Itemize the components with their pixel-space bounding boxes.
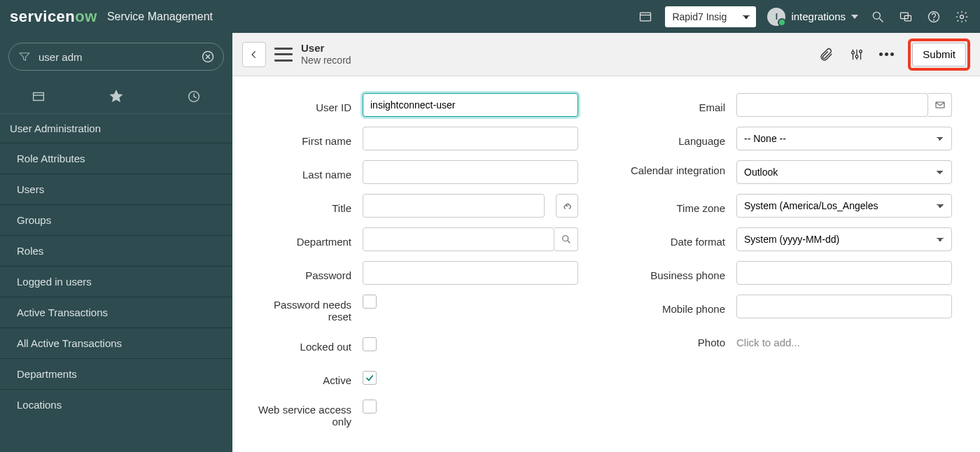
email-field[interactable] bbox=[736, 93, 928, 117]
window-icon[interactable] bbox=[637, 8, 654, 25]
label-mob-phone: Mobile phone bbox=[627, 299, 725, 315]
label-cal-int: Calendar integration bbox=[627, 160, 725, 176]
chevron-down-icon bbox=[851, 15, 858, 19]
label-user-id: User ID bbox=[253, 97, 351, 113]
svg-point-8 bbox=[960, 15, 964, 18]
label-last-name: Last name bbox=[253, 164, 351, 181]
form-menu-icon[interactable] bbox=[274, 48, 293, 62]
label-time-zone: Time zone bbox=[627, 198, 725, 214]
sidebar-item-roles[interactable]: Roles bbox=[0, 235, 232, 266]
back-button[interactable] bbox=[242, 42, 266, 67]
user-menu[interactable]: I integrations bbox=[767, 8, 858, 26]
label-department: Department bbox=[253, 232, 351, 248]
main-content: User New record Submit bbox=[232, 33, 980, 452]
sidebar-item-locations[interactable]: Locations bbox=[0, 389, 232, 420]
label-ws-only: Web service access only bbox=[253, 400, 351, 428]
sidebar-menu: Role Attributes Users Groups Roles Logge… bbox=[0, 143, 232, 420]
sidebar-item-departments[interactable]: Departments bbox=[0, 358, 232, 389]
label-active: Active bbox=[253, 370, 351, 386]
svg-point-7 bbox=[934, 20, 934, 20]
username-label: integrations bbox=[791, 10, 846, 22]
navigator-sidebar: User Administration Role Attributes User… bbox=[0, 33, 232, 452]
last-name-field[interactable] bbox=[363, 160, 578, 184]
avatar: I bbox=[767, 8, 785, 26]
app-title: Service Management bbox=[107, 10, 213, 23]
title-field[interactable] bbox=[363, 194, 545, 218]
help-icon[interactable] bbox=[925, 8, 942, 25]
context-app-select[interactable]: Rapid7 Insig bbox=[665, 6, 756, 27]
photo-add-link[interactable]: Click to add... bbox=[736, 332, 800, 348]
calendar-integration-select[interactable]: Outlook bbox=[736, 160, 952, 184]
logo-text-suffix: w bbox=[85, 8, 97, 25]
navigator-tabs bbox=[0, 75, 232, 114]
svg-point-19 bbox=[855, 55, 858, 57]
locked-checkbox[interactable] bbox=[363, 337, 377, 351]
department-lookup-icon[interactable] bbox=[554, 227, 578, 251]
sidebar-item-logged-in-users[interactable]: Logged in users bbox=[0, 266, 232, 297]
favorites-tab-icon[interactable] bbox=[106, 86, 127, 107]
user-id-field[interactable] bbox=[363, 93, 578, 117]
label-date-fmt: Date format bbox=[627, 232, 725, 248]
svg-rect-23 bbox=[936, 102, 944, 108]
attachment-icon[interactable] bbox=[818, 46, 834, 63]
label-password: Password bbox=[253, 265, 351, 281]
department-field[interactable] bbox=[363, 227, 554, 251]
gear-icon[interactable] bbox=[953, 8, 970, 25]
language-select[interactable]: -- None -- bbox=[736, 127, 952, 150]
submit-button[interactable]: Submit bbox=[912, 43, 966, 66]
history-tab-icon[interactable] bbox=[183, 86, 204, 107]
sidebar-item-all-active-transactions[interactable]: All Active Transactions bbox=[0, 327, 232, 358]
submit-highlight-box: Submit bbox=[908, 38, 970, 71]
mobile-phone-field[interactable] bbox=[736, 295, 952, 318]
label-photo: Photo bbox=[627, 332, 725, 348]
label-language: Language bbox=[627, 131, 725, 147]
more-actions-icon[interactable] bbox=[879, 52, 894, 56]
personalize-form-icon[interactable] bbox=[848, 46, 865, 63]
active-checkbox[interactable] bbox=[363, 371, 377, 385]
svg-line-22 bbox=[568, 241, 570, 243]
form-header: User New record Submit bbox=[232, 33, 980, 76]
title-suggest-icon[interactable] bbox=[556, 194, 578, 218]
label-pw-reset: Password needs reset bbox=[253, 295, 351, 323]
clear-filter-icon[interactable] bbox=[201, 50, 215, 64]
svg-point-21 bbox=[562, 236, 568, 241]
label-first-name: First name bbox=[253, 131, 351, 147]
form-left-column: User ID First name Last name Title bbox=[253, 93, 578, 428]
global-header: servicenow Service Management Rapid7 Ins… bbox=[0, 0, 980, 33]
label-locked: Locked out bbox=[253, 337, 351, 353]
svg-rect-0 bbox=[640, 13, 651, 21]
discussions-icon[interactable] bbox=[897, 8, 914, 25]
email-send-icon[interactable] bbox=[928, 93, 952, 117]
form-right-column: Email Language -- None -- bbox=[627, 93, 952, 428]
user-form: User ID First name Last name Title bbox=[232, 76, 980, 452]
record-title-sub: New record bbox=[301, 55, 351, 66]
svg-point-20 bbox=[860, 50, 862, 52]
sidebar-item-users[interactable]: Users bbox=[0, 174, 232, 204]
label-email: Email bbox=[627, 97, 725, 113]
search-icon[interactable] bbox=[869, 8, 886, 25]
label-title: Title bbox=[253, 198, 351, 214]
date-format-select[interactable]: System (yyyy-MM-dd) bbox=[736, 227, 952, 251]
sidebar-item-role-attributes[interactable]: Role Attributes bbox=[0, 143, 232, 174]
pw-reset-checkbox[interactable] bbox=[363, 295, 377, 309]
logo-text-prefix: servicen bbox=[10, 8, 75, 25]
time-zone-select[interactable]: System (America/Los_Angeles bbox=[736, 194, 952, 218]
sidebar-item-active-transactions[interactable]: Active Transactions bbox=[0, 297, 232, 327]
svg-line-3 bbox=[880, 18, 883, 22]
ws-only-checkbox[interactable] bbox=[363, 400, 377, 414]
label-biz-phone: Business phone bbox=[627, 265, 725, 281]
first-name-field[interactable] bbox=[363, 127, 578, 150]
sidebar-item-groups[interactable]: Groups bbox=[0, 204, 232, 235]
servicenow-logo[interactable]: servicenow bbox=[10, 8, 97, 26]
record-title: User New record bbox=[301, 42, 351, 66]
record-title-main: User bbox=[301, 42, 351, 55]
svg-point-2 bbox=[873, 12, 880, 19]
all-apps-tab-icon[interactable] bbox=[28, 86, 49, 107]
password-field[interactable] bbox=[363, 261, 578, 285]
funnel-icon bbox=[18, 50, 31, 64]
filter-input[interactable] bbox=[38, 51, 194, 63]
filter-navigator[interactable] bbox=[8, 43, 224, 71]
svg-rect-12 bbox=[34, 92, 44, 100]
business-phone-field[interactable] bbox=[736, 261, 952, 285]
section-user-administration[interactable]: User Administration bbox=[0, 114, 232, 143]
